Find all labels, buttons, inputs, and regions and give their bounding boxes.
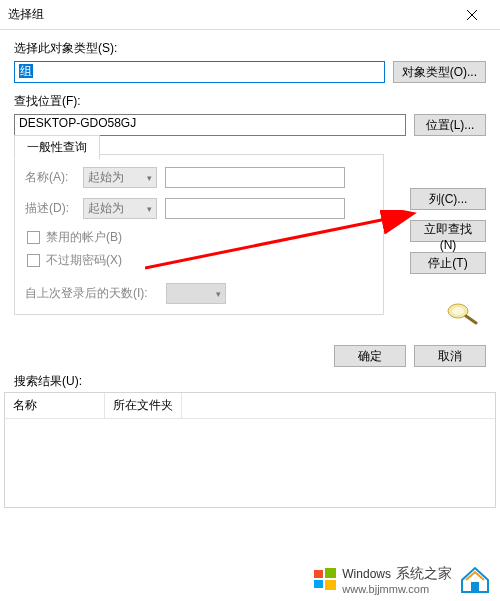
- columns-button[interactable]: 列(C)...: [410, 188, 486, 210]
- days-since-logon-combo[interactable]: ▾: [166, 283, 226, 304]
- chevron-down-icon: ▾: [216, 289, 221, 299]
- column-folder[interactable]: 所在文件夹: [105, 393, 182, 418]
- cancel-button[interactable]: 取消: [414, 345, 486, 367]
- name-label: 名称(A):: [25, 169, 75, 186]
- window-title: 选择组: [8, 6, 452, 23]
- stop-button[interactable]: 停止(T): [410, 252, 486, 274]
- non-expiring-password-label: 不过期密码(X): [46, 252, 122, 269]
- svg-rect-10: [471, 582, 479, 592]
- ok-button[interactable]: 确定: [334, 345, 406, 367]
- disabled-accounts-label: 禁用的帐户(B): [46, 229, 122, 246]
- svg-rect-7: [325, 568, 336, 578]
- location-input[interactable]: DESKTOP-GDO58GJ: [14, 114, 406, 136]
- chevron-down-icon: ▾: [147, 204, 152, 214]
- windows-logo-icon: [314, 568, 336, 590]
- disabled-accounts-checkbox[interactable]: [27, 231, 40, 244]
- svg-point-3: [452, 307, 464, 315]
- locations-button[interactable]: 位置(L)...: [414, 114, 486, 136]
- description-label: 描述(D):: [25, 200, 75, 217]
- close-button[interactable]: [452, 1, 492, 29]
- svg-rect-6: [314, 570, 323, 578]
- description-input[interactable]: [165, 198, 345, 219]
- location-label: 查找位置(F):: [14, 93, 486, 110]
- days-since-logon-label: 自上次登录后的天数(I):: [25, 285, 148, 302]
- results-grid[interactable]: 名称 所在文件夹: [4, 392, 496, 508]
- object-type-input[interactable]: 组: [14, 61, 385, 83]
- find-now-button[interactable]: 立即查找(N): [410, 220, 486, 242]
- description-mode-combo[interactable]: 起始为▾: [83, 198, 157, 219]
- house-logo-icon: [458, 564, 492, 594]
- chevron-down-icon: ▾: [147, 173, 152, 183]
- close-icon: [467, 10, 477, 20]
- svg-line-4: [466, 316, 476, 323]
- tab-general-query[interactable]: 一般性查询: [14, 135, 100, 160]
- object-types-button[interactable]: 对象类型(O)...: [393, 61, 486, 83]
- svg-rect-8: [314, 580, 323, 588]
- object-type-label: 选择此对象类型(S):: [14, 40, 486, 57]
- name-input[interactable]: [165, 167, 345, 188]
- column-name[interactable]: 名称: [5, 393, 105, 418]
- name-mode-combo[interactable]: 起始为▾: [83, 167, 157, 188]
- watermark: Windows 系统之家 www.bjjmmw.com: [314, 562, 492, 595]
- svg-rect-9: [325, 580, 336, 590]
- search-icon: [444, 300, 478, 326]
- search-results-label: 搜索结果(U):: [0, 373, 500, 392]
- non-expiring-password-checkbox[interactable]: [27, 254, 40, 267]
